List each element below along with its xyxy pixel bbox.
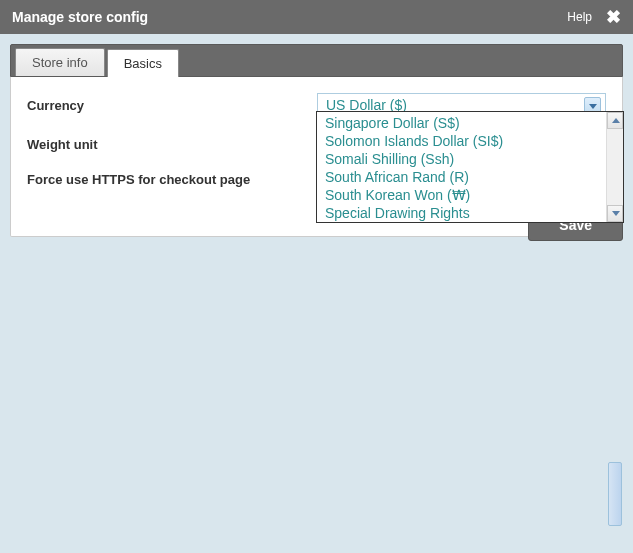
scroll-up-button[interactable] <box>607 112 623 129</box>
currency-option[interactable]: Solomon Islands Dollar (SI$) <box>317 132 606 150</box>
https-label: Force use HTTPS for checkout page <box>27 172 250 187</box>
currency-option[interactable]: South Korean Won (₩) <box>317 186 606 204</box>
scroll-down-button[interactable] <box>607 205 623 222</box>
currency-option[interactable]: Special Drawing Rights <box>317 204 606 222</box>
currency-option[interactable]: Singapore Dollar (S$) <box>317 114 606 132</box>
scrollbar[interactable] <box>606 112 623 222</box>
close-icon[interactable]: ✖ <box>606 10 621 24</box>
tabbar: Store info Basics <box>10 44 623 77</box>
scroll-thumb[interactable] <box>608 462 622 526</box>
window-title: Manage store config <box>12 9 567 25</box>
help-link[interactable]: Help <box>567 10 592 24</box>
currency-label: Currency <box>27 98 317 113</box>
currency-dropdown: Singapore Dollar (S$)Solomon Islands Dol… <box>316 111 624 223</box>
currency-option-list[interactable]: Singapore Dollar (S$)Solomon Islands Dol… <box>317 112 606 222</box>
currency-option[interactable]: South African Rand (R) <box>317 168 606 186</box>
weight-label: Weight unit <box>27 137 317 152</box>
tab-basics[interactable]: Basics <box>107 49 179 77</box>
titlebar: Manage store config Help ✖ <box>0 0 633 34</box>
tab-store-info[interactable]: Store info <box>15 48 105 76</box>
currency-option[interactable]: Somali Shilling (Ssh) <box>317 150 606 168</box>
content-area: Store info Basics Currency US Dollar ($)… <box>0 34 633 247</box>
